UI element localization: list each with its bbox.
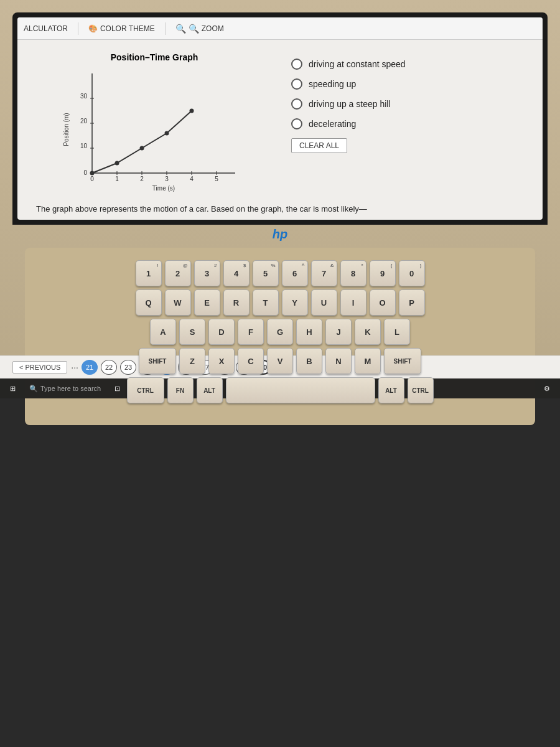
key-p[interactable]: P — [399, 289, 425, 316]
svg-text:10: 10 — [80, 143, 88, 149]
toolbar-divider-1 — [78, 22, 78, 35]
key-l[interactable]: L — [384, 319, 410, 345]
position-time-graph: 0 10 20 30 Position (m) 0 — [61, 67, 248, 192]
svg-point-29 — [140, 146, 144, 151]
key-j[interactable]: J — [325, 319, 352, 345]
key-9[interactable]: 9( — [370, 260, 396, 286]
key-e[interactable]: E — [194, 289, 220, 316]
svg-text:Position (m): Position (m) — [63, 113, 70, 146]
zoom-nav[interactable]: 🔍 🔍 ZOOM — [175, 24, 224, 34]
key-m[interactable]: M — [355, 348, 381, 374]
answer-label-0: driving at constant speed — [309, 59, 406, 69]
key-space[interactable] — [226, 377, 375, 403]
color-theme-nav[interactable]: 🎨 COLOR THEME — [88, 24, 155, 33]
key-n[interactable]: N — [325, 348, 352, 374]
calculator-label: ALCULATOR — [24, 24, 68, 33]
svg-text:Time (s): Time (s) — [152, 185, 175, 192]
key-6[interactable]: 6^ — [282, 260, 308, 286]
keyboard-row-asdf: A S D F G H J K L — [37, 319, 523, 345]
key-5[interactable]: 5% — [253, 260, 279, 286]
calculator-nav[interactable]: ALCULATOR — [24, 24, 68, 33]
svg-line-24 — [117, 148, 142, 163]
main-content: Position–Time Graph 0 10 2 — [17, 40, 543, 204]
svg-text:30: 30 — [80, 93, 88, 100]
graph-area: Position–Time Graph 0 10 2 — [36, 52, 273, 192]
key-x[interactable]: X — [208, 348, 235, 374]
svg-point-31 — [190, 109, 194, 113]
key-7[interactable]: 7& — [311, 260, 337, 286]
zoom-icon-2: 🔍 — [189, 24, 199, 34]
key-8[interactable]: 8* — [340, 260, 366, 286]
svg-text:2: 2 — [140, 176, 144, 182]
key-k[interactable]: K — [355, 319, 381, 345]
key-a[interactable]: A — [150, 319, 176, 345]
key-b[interactable]: B — [296, 348, 322, 374]
answer-choice-2[interactable]: driving up a steep hill — [291, 98, 524, 110]
key-v[interactable]: V — [267, 348, 293, 374]
key-shift-left[interactable]: SHIFT — [139, 348, 176, 374]
key-w[interactable]: W — [165, 289, 191, 316]
svg-text:0: 0 — [90, 176, 94, 182]
key-alt[interactable]: ALT — [197, 377, 223, 403]
zoom-icon-1: 🔍 — [175, 24, 186, 34]
key-c[interactable]: C — [238, 348, 264, 374]
svg-line-23 — [92, 163, 117, 173]
key-s[interactable]: S — [179, 319, 205, 345]
question-text: The graph above represents the motion of… — [17, 204, 543, 220]
radio-3[interactable] — [291, 118, 302, 129]
key-1[interactable]: 1! — [136, 260, 162, 286]
toolbar: ALCULATOR 🎨 COLOR THEME 🔍 🔍 ZOOM — [17, 17, 543, 40]
answer-label-2: driving up a steep hill — [309, 99, 391, 109]
key-y[interactable]: Y — [282, 289, 308, 316]
key-3[interactable]: 3# — [194, 260, 220, 286]
svg-line-25 — [142, 133, 167, 148]
zoom-label: ZOOM — [202, 24, 224, 33]
key-shift-right[interactable]: SHIFT — [384, 348, 421, 374]
key-d[interactable]: D — [208, 319, 235, 345]
key-z[interactable]: Z — [179, 348, 205, 374]
clear-section: CLEAR ALL — [291, 138, 524, 153]
answer-choice-3[interactable]: decelerating — [291, 118, 524, 129]
key-f[interactable]: F — [238, 319, 264, 345]
toolbar-divider-2 — [165, 22, 166, 35]
answer-area: driving at constant speed speeding up dr… — [291, 52, 524, 192]
question-body: The graph above represents the motion of… — [36, 204, 367, 214]
color-theme-icon: 🎨 — [88, 24, 98, 33]
keyboard: 1! 2@ 3# 4$ 5% 6^ 7& 8* 9( 0) Q W E R T … — [25, 248, 535, 425]
answer-choice-1[interactable]: speeding up — [291, 78, 524, 90]
answer-label-1: speeding up — [309, 79, 356, 89]
svg-point-30 — [165, 131, 169, 136]
svg-text:20: 20 — [80, 118, 88, 125]
key-r[interactable]: R — [223, 289, 250, 316]
key-4[interactable]: 4$ — [223, 260, 250, 286]
svg-text:1: 1 — [115, 176, 119, 182]
key-q[interactable]: Q — [136, 289, 162, 316]
svg-line-26 — [167, 111, 192, 133]
graph-container: 0 10 20 30 Position (m) 0 — [61, 67, 248, 192]
key-o[interactable]: O — [370, 289, 396, 316]
key-0[interactable]: 0) — [399, 260, 425, 286]
answer-choice-0[interactable]: driving at constant speed — [291, 59, 524, 70]
key-h[interactable]: H — [296, 319, 322, 345]
key-fn[interactable]: FN — [167, 377, 194, 403]
graph-title: Position–Time Graph — [36, 52, 273, 62]
hp-logo: hp — [273, 227, 287, 242]
key-i[interactable]: I — [340, 289, 366, 316]
key-2[interactable]: 2@ — [165, 260, 191, 286]
keyboard-row-qwerty: Q W E R T Y U I O P — [37, 289, 523, 316]
key-ctrl[interactable]: CTRL — [127, 377, 164, 403]
svg-text:0: 0 — [83, 169, 87, 176]
color-theme-label: COLOR THEME — [100, 24, 155, 33]
screen-bezel: ALCULATOR 🎨 COLOR THEME 🔍 🔍 ZOOM P — [12, 12, 548, 225]
key-t[interactable]: T — [253, 289, 279, 316]
clear-all-button[interactable]: CLEAR ALL — [291, 138, 347, 153]
svg-text:5: 5 — [215, 176, 218, 182]
radio-2[interactable] — [291, 98, 302, 110]
radio-1[interactable] — [291, 78, 302, 90]
key-g[interactable]: G — [267, 319, 293, 345]
key-alt-right[interactable]: ALT — [378, 377, 404, 403]
key-ctrl-right[interactable]: CTRL — [408, 377, 434, 403]
key-u[interactable]: U — [311, 289, 337, 316]
answer-label-3: decelerating — [309, 119, 356, 129]
radio-0[interactable] — [291, 59, 302, 70]
